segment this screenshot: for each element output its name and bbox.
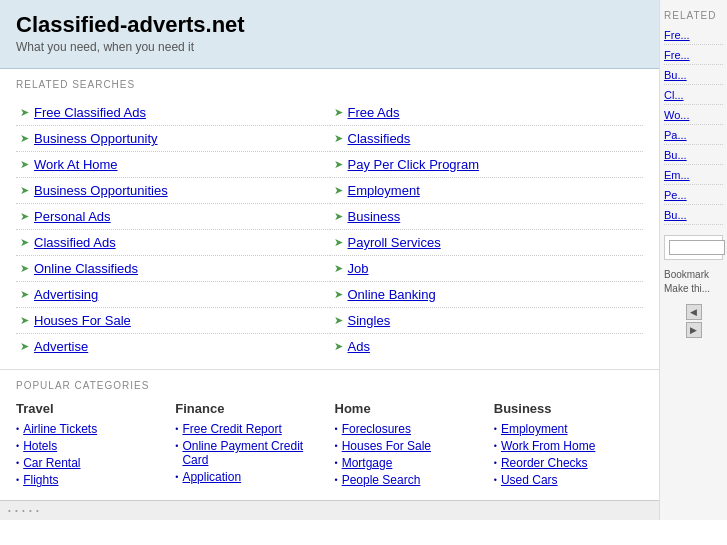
- bullet-icon: •: [175, 424, 178, 434]
- category-link-text: People Search: [342, 473, 421, 487]
- sidebar-link[interactable]: Bu...: [664, 69, 723, 85]
- related-link[interactable]: ➤Advertising: [16, 282, 330, 308]
- sidebar-link[interactable]: Cl...: [664, 89, 723, 105]
- category-link[interactable]: •Used Cars: [494, 473, 643, 487]
- category-link-text: Employment: [501, 422, 568, 436]
- category-link[interactable]: •Employment: [494, 422, 643, 436]
- link-label: Classified Ads: [34, 235, 116, 250]
- link-label: Work At Home: [34, 157, 118, 172]
- bullet-icon: •: [175, 472, 178, 482]
- related-searches-label: RELATED SEARCHES: [16, 79, 643, 90]
- related-link[interactable]: ➤Job: [330, 256, 644, 282]
- related-link[interactable]: ➤Advertise: [16, 334, 330, 359]
- scroll-right-btn[interactable]: ▶: [686, 322, 702, 338]
- related-link[interactable]: ➤Free Ads: [330, 100, 644, 126]
- category-column: Home•Foreclosures•Houses For Sale•Mortga…: [335, 401, 484, 490]
- bullet-icon: •: [335, 475, 338, 485]
- link-label: Pay Per Click Program: [348, 157, 479, 172]
- related-link[interactable]: ➤Employment: [330, 178, 644, 204]
- category-link-text: Application: [182, 470, 241, 484]
- category-link[interactable]: •Car Rental: [16, 456, 165, 470]
- links-col-left: ➤Free Classified Ads➤Business Opportunit…: [16, 100, 330, 359]
- link-label: Advertise: [34, 339, 88, 354]
- category-link[interactable]: •Application: [175, 470, 324, 484]
- link-label: Payroll Services: [348, 235, 441, 250]
- category-link[interactable]: •Flights: [16, 473, 165, 487]
- page-header: Classified-adverts.net What you need, wh…: [0, 0, 659, 69]
- sidebar-link[interactable]: Em...: [664, 169, 723, 185]
- related-link[interactable]: ➤Free Classified Ads: [16, 100, 330, 126]
- arrow-icon: ➤: [334, 158, 343, 171]
- related-link[interactable]: ➤Online Classifieds: [16, 256, 330, 282]
- arrow-icon: ➤: [20, 236, 29, 249]
- category-link[interactable]: •Hotels: [16, 439, 165, 453]
- site-subtitle: What you need, when you need it: [16, 40, 643, 54]
- related-link[interactable]: ➤Pay Per Click Program: [330, 152, 644, 178]
- bullet-icon: •: [335, 441, 338, 451]
- arrow-icon: ➤: [334, 340, 343, 353]
- category-column: Finance•Free Credit Report•Online Paymen…: [175, 401, 324, 490]
- categories-grid: Travel•Airline Tickets•Hotels•Car Rental…: [16, 401, 643, 490]
- related-link[interactable]: ➤Personal Ads: [16, 204, 330, 230]
- related-link[interactable]: ➤Ads: [330, 334, 644, 359]
- category-link[interactable]: •Airline Tickets: [16, 422, 165, 436]
- sidebar-link[interactable]: Fre...: [664, 49, 723, 65]
- sidebar-link[interactable]: Bu...: [664, 149, 723, 165]
- related-link[interactable]: ➤Business Opportunities: [16, 178, 330, 204]
- category-title: Travel: [16, 401, 165, 416]
- bullet-icon: •: [494, 424, 497, 434]
- related-link[interactable]: ➤Work At Home: [16, 152, 330, 178]
- link-label: Classifieds: [348, 131, 411, 146]
- bullet-icon: •: [16, 441, 19, 451]
- arrow-icon: ➤: [20, 210, 29, 223]
- related-link[interactable]: ➤Classifieds: [330, 126, 644, 152]
- related-link[interactable]: ➤Classified Ads: [16, 230, 330, 256]
- bullet-icon: •: [494, 441, 497, 451]
- related-link[interactable]: ➤Singles: [330, 308, 644, 334]
- popular-categories-section: POPULAR CATEGORIES Travel•Airline Ticket…: [0, 369, 659, 500]
- category-link[interactable]: •Foreclosures: [335, 422, 484, 436]
- link-label: Advertising: [34, 287, 98, 302]
- arrow-icon: ➤: [334, 184, 343, 197]
- category-link[interactable]: •Online Payment Credit Card: [175, 439, 324, 467]
- sidebar-link[interactable]: Bu...: [664, 209, 723, 225]
- bullet-icon: •: [16, 458, 19, 468]
- arrow-icon: ➤: [334, 106, 343, 119]
- related-link[interactable]: ➤Houses For Sale: [16, 308, 330, 334]
- sidebar-link[interactable]: Pa...: [664, 129, 723, 145]
- link-label: Houses For Sale: [34, 313, 131, 328]
- category-link[interactable]: •Mortgage: [335, 456, 484, 470]
- link-label: Ads: [348, 339, 370, 354]
- sidebar-link[interactable]: Fre...: [664, 29, 723, 45]
- sidebar-input-box[interactable]: [664, 235, 723, 260]
- link-label: Business Opportunities: [34, 183, 168, 198]
- related-link[interactable]: ➤Business Opportunity: [16, 126, 330, 152]
- related-link[interactable]: ➤Payroll Services: [330, 230, 644, 256]
- bottom-bar: • • • • •: [0, 500, 659, 520]
- category-link[interactable]: •Reorder Checks: [494, 456, 643, 470]
- bottom-dots: • • • • •: [8, 506, 40, 515]
- category-link[interactable]: •Houses For Sale: [335, 439, 484, 453]
- category-link-text: Free Credit Report: [182, 422, 281, 436]
- category-link[interactable]: •People Search: [335, 473, 484, 487]
- popular-categories-label: POPULAR CATEGORIES: [16, 380, 643, 391]
- arrow-icon: ➤: [334, 314, 343, 327]
- related-link[interactable]: ➤Online Banking: [330, 282, 644, 308]
- arrow-icon: ➤: [334, 210, 343, 223]
- bullet-icon: •: [494, 475, 497, 485]
- sidebar-link[interactable]: Pe...: [664, 189, 723, 205]
- scroll-left-btn[interactable]: ◀: [686, 304, 702, 320]
- link-label: Job: [348, 261, 369, 276]
- category-title: Finance: [175, 401, 324, 416]
- category-link-text: Car Rental: [23, 456, 80, 470]
- link-label: Singles: [348, 313, 391, 328]
- link-label: Employment: [348, 183, 420, 198]
- sidebar-link[interactable]: Wo...: [664, 109, 723, 125]
- related-link[interactable]: ➤Business: [330, 204, 644, 230]
- category-link[interactable]: •Free Credit Report: [175, 422, 324, 436]
- category-link[interactable]: •Work From Home: [494, 439, 643, 453]
- related-searches-section: RELATED SEARCHES ➤Free Classified Ads➤Bu…: [0, 69, 659, 369]
- sidebar-search-input[interactable]: [669, 240, 725, 255]
- bullet-icon: •: [335, 424, 338, 434]
- category-link-text: Used Cars: [501, 473, 558, 487]
